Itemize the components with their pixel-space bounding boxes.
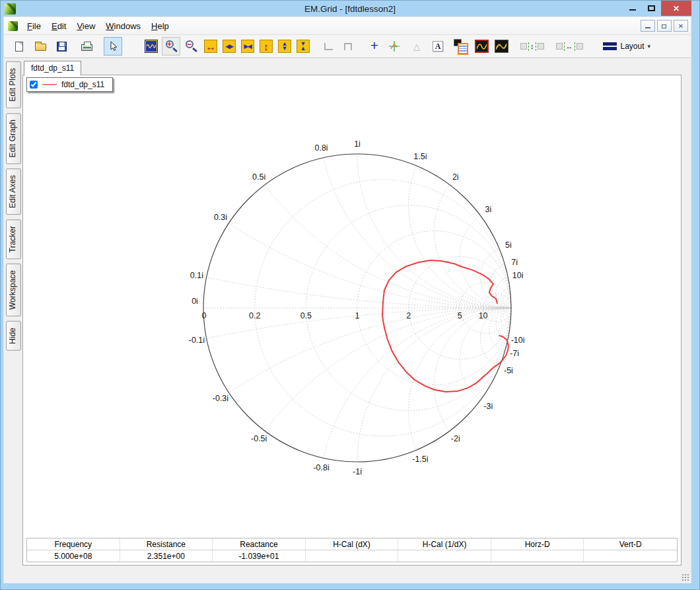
sidebar-tab-tracker[interactable]: Tracker bbox=[6, 219, 21, 259]
status-bar bbox=[4, 566, 691, 583]
tracker-header-1: Resistance bbox=[120, 538, 213, 550]
svg-text:10i: 10i bbox=[512, 271, 524, 280]
plot-canvas[interactable]: 00.20.5125100i0.1i-0.1i0.3i-0.3i0.5i-0.5… bbox=[23, 75, 681, 536]
title-bar: EM.Grid - [fdtdlesson2] ✕ bbox=[1, 1, 699, 17]
menu-file[interactable]: File bbox=[22, 19, 46, 33]
svg-text:0.1i: 0.1i bbox=[190, 271, 203, 280]
minimize-button[interactable] bbox=[623, 1, 642, 15]
tracker-header-6: Vert-D bbox=[584, 538, 677, 550]
sidebar-tab-edit-plots[interactable]: Edit Plots bbox=[6, 61, 21, 108]
tracker-table: FrequencyResistanceReactanceH-Cal (dX)H-… bbox=[26, 538, 678, 562]
svg-text:-0.3i: -0.3i bbox=[213, 394, 228, 403]
expand-y-icon[interactable]: ↕ bbox=[258, 38, 275, 55]
minimize-icon bbox=[629, 9, 636, 11]
menu-bar: FileEditViewWindowsHelp ✕ bbox=[4, 17, 691, 35]
fit-plot-icon[interactable] bbox=[143, 38, 160, 55]
app-window: EM.Grid - [fdtdlesson2] ✕ FileEditViewWi… bbox=[0, 0, 700, 590]
svg-text:2i: 2i bbox=[452, 172, 459, 182]
svg-text:-10i: -10i bbox=[511, 336, 525, 345]
svg-text:1.5i: 1.5i bbox=[413, 152, 427, 161]
legend-box: fdtd_dp_s11 bbox=[26, 77, 113, 92]
mdi-restore-button[interactable] bbox=[657, 20, 672, 32]
draw-rect-icon bbox=[339, 38, 357, 55]
tracker-value-5 bbox=[491, 550, 584, 562]
svg-text:5i: 5i bbox=[505, 240, 512, 250]
mdi-minimize-button[interactable] bbox=[641, 20, 655, 32]
shrink-y-icon[interactable]: ▼▲ bbox=[295, 38, 312, 55]
legend-list-icon[interactable] bbox=[452, 38, 469, 55]
tracker-value-4 bbox=[398, 550, 491, 562]
open-file-icon[interactable] bbox=[32, 38, 49, 55]
svg-text:-0.8i: -0.8i bbox=[313, 463, 329, 472]
text-label-icon[interactable]: A bbox=[429, 38, 446, 55]
zoom-out-icon[interactable]: − bbox=[182, 38, 199, 55]
menu-edit[interactable]: Edit bbox=[46, 19, 71, 33]
stretch-x-icon[interactable]: ◀▶ bbox=[221, 38, 238, 55]
smith-chart[interactable]: 00.20.5125100i0.1i-0.1i0.3i-0.3i0.5i-0.5… bbox=[23, 75, 681, 536]
multi-plot-icon[interactable] bbox=[493, 38, 510, 55]
toolbar: +−↔◀▶▶◀↕▲▼▼▲+△A↕↔Layout▾ bbox=[4, 35, 691, 58]
document-tab[interactable]: fdtd_dp_s11 bbox=[24, 61, 81, 75]
svg-text:10: 10 bbox=[479, 311, 488, 320]
document-tab-bar: fdtd_dp_s11 bbox=[22, 59, 682, 75]
sidebar-tab-hide[interactable]: Hide bbox=[6, 321, 21, 351]
legend-line-sample bbox=[42, 84, 57, 85]
svg-text:-0.5i: -0.5i bbox=[251, 434, 267, 443]
zoom-in-icon[interactable]: + bbox=[162, 38, 180, 55]
sidebar-tab-workspace[interactable]: Workspace bbox=[6, 264, 21, 316]
sidebar-tab-edit-graph[interactable]: Edit Graph bbox=[6, 113, 21, 164]
window-title: EM.Grid - [fdtdlesson2] bbox=[1, 4, 699, 14]
sidebar-tab-edit-axes[interactable]: Edit Axes bbox=[6, 168, 21, 215]
svg-text:-0.1i: -0.1i bbox=[189, 336, 205, 345]
tracker-axes-icon[interactable] bbox=[386, 38, 403, 55]
maximize-button[interactable] bbox=[642, 1, 661, 15]
tracker-value-1: 2.351e+00 bbox=[120, 550, 213, 562]
tracker-value-3 bbox=[306, 550, 399, 562]
svg-text:1: 1 bbox=[355, 311, 360, 320]
tracker-value-0: 5.000e+08 bbox=[27, 550, 120, 562]
shrink-x-icon[interactable]: ▶◀ bbox=[239, 38, 256, 55]
draw-triangle-icon: △ bbox=[408, 38, 425, 55]
svg-text:1i: 1i bbox=[354, 139, 361, 149]
svg-text:0i: 0i bbox=[192, 297, 198, 306]
svg-text:-5i: -5i bbox=[504, 366, 513, 375]
crosshair-icon[interactable]: + bbox=[366, 38, 383, 55]
print-icon[interactable] bbox=[78, 38, 95, 55]
svg-text:-1i: -1i bbox=[353, 467, 362, 476]
tracker-header-row: FrequencyResistanceReactanceH-Cal (dX)H-… bbox=[27, 538, 677, 550]
sidebar-tabs: Edit PlotsEdit GraphEdit AxesTrackerWork… bbox=[4, 58, 22, 566]
svg-text:7i: 7i bbox=[511, 258, 518, 267]
tracker-header-5: Horz-D bbox=[491, 538, 584, 550]
document-logo-icon bbox=[8, 21, 18, 31]
save-file-icon[interactable] bbox=[53, 38, 70, 55]
svg-text:0.5: 0.5 bbox=[300, 311, 312, 320]
mdi-minimize-icon bbox=[645, 27, 650, 28]
svg-text:-1.5i: -1.5i bbox=[412, 455, 428, 464]
tracker-header-2: Reactance bbox=[213, 538, 306, 550]
tracker-header-4: H-Cal (1/dX) bbox=[398, 538, 491, 550]
new-file-icon[interactable] bbox=[11, 38, 28, 55]
single-plot-icon[interactable] bbox=[473, 38, 490, 55]
svg-text:0: 0 bbox=[202, 311, 207, 320]
expand-x-icon[interactable]: ↔ bbox=[202, 38, 219, 55]
close-button[interactable]: ✕ bbox=[661, 1, 691, 16]
mdi-restore-icon bbox=[662, 24, 666, 28]
svg-text:2: 2 bbox=[406, 311, 411, 320]
mdi-close-button[interactable]: ✕ bbox=[674, 20, 688, 32]
menu-view[interactable]: View bbox=[71, 19, 100, 33]
svg-text:0.2: 0.2 bbox=[249, 311, 260, 320]
tracker-value-row: 5.000e+082.351e+00-1.039e+01 bbox=[27, 550, 677, 562]
svg-text:0.3i: 0.3i bbox=[214, 213, 227, 222]
plot-panel-body: 00.20.5125100i0.1i-0.1i0.3i-0.3i0.5i-0.5… bbox=[22, 75, 682, 566]
menu-help[interactable]: Help bbox=[146, 19, 174, 33]
tracker-header-3: H-Cal (dX) bbox=[306, 538, 399, 550]
stretch-y-icon[interactable]: ▲▼ bbox=[276, 38, 293, 55]
menu-windows[interactable]: Windows bbox=[100, 19, 146, 33]
main-area: Edit PlotsEdit GraphEdit AxesTrackerWork… bbox=[4, 58, 691, 566]
legend-checkbox[interactable] bbox=[30, 81, 38, 89]
select-cursor-icon[interactable] bbox=[104, 38, 122, 55]
svg-text:-7i: -7i bbox=[510, 349, 519, 358]
svg-text:0.8i: 0.8i bbox=[314, 143, 328, 153]
resize-grip[interactable] bbox=[682, 573, 689, 581]
layout-menu-icon[interactable]: Layout▾ bbox=[599, 38, 655, 55]
